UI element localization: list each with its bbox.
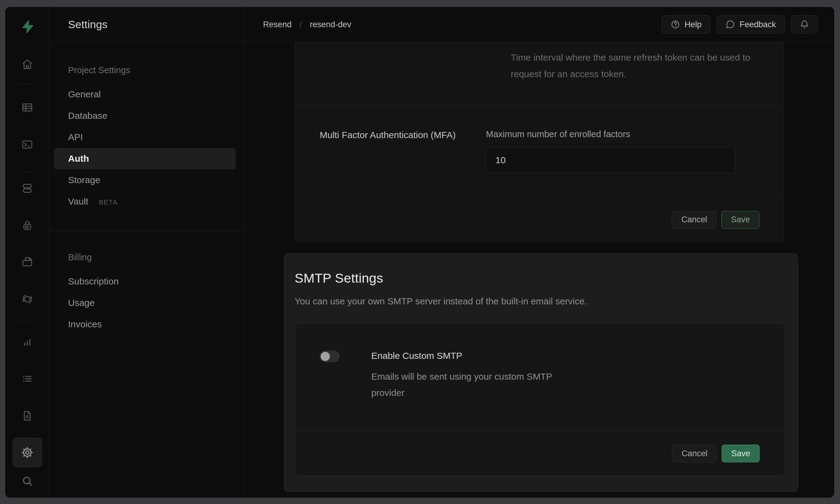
nav-item-vault[interactable]: VaultBETA bbox=[49, 191, 245, 212]
enable-custom-smtp-label: Enable Custom SMTP bbox=[371, 350, 586, 361]
nav-item-label: Vault bbox=[68, 196, 88, 206]
nav-item-invoices[interactable]: Invoices bbox=[49, 313, 245, 335]
bell-icon bbox=[800, 20, 809, 30]
breadcrumb: Resend / resend-dev bbox=[263, 20, 351, 30]
top-header: Resend / resend-dev Help Feedback bbox=[245, 7, 834, 42]
help-button-label: Help bbox=[685, 20, 702, 30]
enable-custom-smtp-toggle[interactable] bbox=[320, 350, 340, 362]
enable-custom-smtp-description: Emails will be sent using your custom SM… bbox=[371, 368, 586, 401]
app-window: Settings Project Settings General Databa… bbox=[5, 7, 834, 497]
smtp-card-footer: Cancel Save bbox=[295, 431, 785, 475]
breadcrumb-org[interactable]: Resend bbox=[263, 20, 292, 30]
auth-card-footer: Cancel Save bbox=[295, 198, 784, 241]
rail-divider bbox=[18, 322, 36, 322]
toggle-knob bbox=[321, 352, 330, 361]
breadcrumb-project[interactable]: resend-dev bbox=[310, 20, 351, 30]
refresh-token-section: Time interval where the same refresh tok… bbox=[295, 42, 784, 105]
auth-lock-icon[interactable] bbox=[21, 219, 33, 232]
settings-nav-panel: Settings Project Settings General Databa… bbox=[49, 7, 245, 497]
docs-icon[interactable] bbox=[21, 410, 33, 422]
main-area: Resend / resend-dev Help Feedback bbox=[245, 7, 834, 497]
nav-group-header-project-settings: Project Settings bbox=[49, 61, 245, 79]
save-button[interactable]: Save bbox=[722, 445, 760, 462]
smtp-form-panel: Enable Custom SMTP Emails will be sent u… bbox=[295, 323, 785, 476]
rail-divider bbox=[18, 84, 36, 84]
nav-item-general[interactable]: General bbox=[49, 84, 245, 105]
help-button[interactable]: Help bbox=[662, 15, 710, 34]
database-icon[interactable] bbox=[21, 182, 33, 195]
nav-item-subscription[interactable]: Subscription bbox=[49, 271, 245, 292]
scroll-content[interactable]: Time interval where the same refresh tok… bbox=[245, 42, 834, 497]
smtp-description: You can use your own SMTP server instead… bbox=[295, 296, 798, 306]
settings-panel-header: Settings bbox=[49, 7, 245, 42]
search-icon[interactable] bbox=[21, 475, 33, 487]
storage-icon[interactable] bbox=[21, 256, 33, 268]
mfa-section-label: Multi Factor Authentication (MFA) bbox=[320, 105, 486, 198]
smtp-settings-card: SMTP Settings You can use your own SMTP … bbox=[284, 253, 798, 492]
nav-item-storage[interactable]: Storage bbox=[49, 169, 245, 191]
mfa-section: Multi Factor Authentication (MFA) Maximu… bbox=[295, 105, 784, 198]
nav-divider bbox=[49, 231, 245, 232]
smtp-title: SMTP Settings bbox=[295, 271, 798, 286]
mfa-max-factors-input[interactable] bbox=[486, 147, 735, 173]
nav-group-header-billing: Billing bbox=[49, 249, 245, 266]
sql-editor-icon[interactable] bbox=[21, 139, 33, 151]
help-icon bbox=[670, 20, 680, 30]
logs-icon[interactable] bbox=[21, 373, 33, 385]
home-icon[interactable] bbox=[21, 58, 33, 70]
cancel-button[interactable]: Cancel bbox=[672, 211, 717, 229]
supabase-logo-icon[interactable] bbox=[20, 20, 34, 34]
icon-rail bbox=[5, 7, 49, 497]
save-button[interactable]: Save bbox=[721, 211, 759, 229]
nav-item-auth[interactable]: Auth bbox=[54, 148, 236, 169]
nav-item-api[interactable]: API bbox=[49, 126, 245, 148]
reports-icon[interactable] bbox=[21, 336, 33, 348]
table-editor-icon[interactable] bbox=[21, 101, 33, 113]
auth-settings-card: Time interval where the same refresh tok… bbox=[295, 42, 784, 242]
beta-badge: BETA bbox=[99, 198, 118, 206]
settings-icon[interactable] bbox=[12, 437, 42, 468]
feedback-icon bbox=[725, 20, 735, 30]
cancel-button[interactable]: Cancel bbox=[672, 445, 717, 462]
notifications-button[interactable] bbox=[791, 15, 818, 34]
edge-functions-icon[interactable] bbox=[21, 293, 33, 305]
feedback-button[interactable]: Feedback bbox=[717, 15, 785, 34]
refresh-token-description: Time interval where the same refresh tok… bbox=[511, 49, 760, 83]
mfa-field-label: Maximum number of enrolled factors bbox=[486, 129, 735, 139]
breadcrumb-separator: / bbox=[299, 20, 302, 30]
page-title: Settings bbox=[68, 18, 108, 31]
feedback-button-label: Feedback bbox=[739, 20, 776, 30]
nav-item-database[interactable]: Database bbox=[49, 105, 245, 126]
nav-item-usage[interactable]: Usage bbox=[49, 292, 245, 313]
